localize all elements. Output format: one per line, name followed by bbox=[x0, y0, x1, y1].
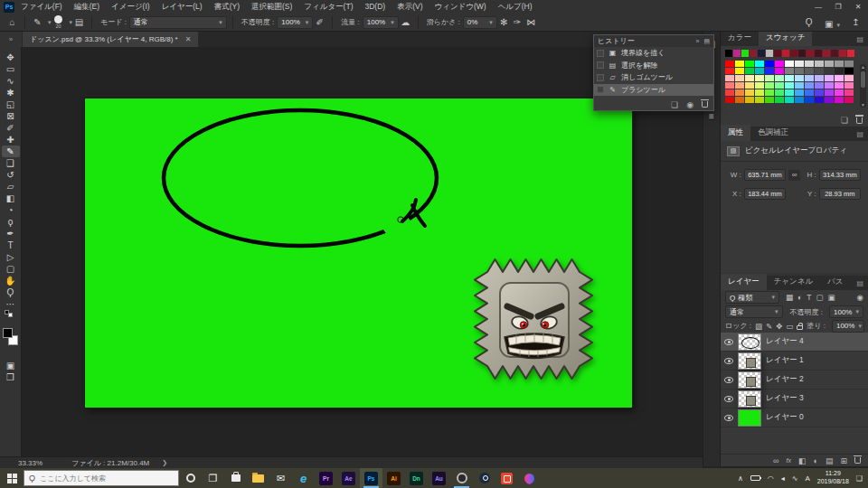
swatch[interactable] bbox=[745, 75, 754, 81]
layer-row-0[interactable]: レイヤー 4 bbox=[721, 333, 868, 352]
hand-tool[interactable]: ✋ bbox=[2, 275, 20, 286]
adjustment-layer-icon[interactable]: ◐ bbox=[814, 456, 818, 465]
swatch[interactable] bbox=[805, 61, 814, 67]
swatch[interactable] bbox=[815, 89, 824, 96]
menu-item-0[interactable]: ファイル(F) bbox=[21, 2, 62, 13]
swatch[interactable] bbox=[795, 89, 804, 96]
swatch[interactable] bbox=[775, 61, 784, 67]
swatch[interactable] bbox=[745, 61, 754, 67]
swatch[interactable] bbox=[847, 50, 854, 57]
panel-menu-icon[interactable]: ▤ bbox=[852, 277, 868, 290]
paint-symmetry-icon[interactable]: ⋈ bbox=[524, 17, 538, 27]
color-chips[interactable] bbox=[0, 325, 22, 356]
photoshop-icon[interactable]: Ps bbox=[360, 468, 382, 488]
pressure-size-icon[interactable]: ✑ bbox=[511, 17, 524, 27]
filter-icon[interactable]: ◐ bbox=[797, 293, 802, 302]
eraser-tool[interactable]: ▱ bbox=[2, 181, 20, 192]
layer-filter-select[interactable]: Ϙ 種類 ▾ bbox=[725, 291, 779, 304]
swatch[interactable] bbox=[815, 68, 824, 74]
swatch[interactable] bbox=[741, 50, 749, 57]
swatch[interactable] bbox=[755, 75, 764, 81]
delete-swatch-icon[interactable] bbox=[856, 117, 863, 124]
lock-icon[interactable]: ▨ bbox=[755, 322, 762, 331]
blend-mode-select[interactable]: 通常 ▾ bbox=[725, 305, 783, 318]
search-input[interactable] bbox=[40, 474, 157, 483]
tab-color[interactable]: カラー bbox=[721, 30, 759, 46]
filter-icon[interactable]: ▦ bbox=[786, 293, 793, 302]
swatch[interactable] bbox=[775, 89, 784, 96]
swatch[interactable] bbox=[750, 50, 757, 57]
swatch[interactable] bbox=[775, 68, 784, 74]
history-state-2[interactable]: ▱消しゴムツール bbox=[594, 71, 713, 84]
history-source-checkbox[interactable] bbox=[597, 61, 604, 69]
search-icon[interactable]: Ϙ bbox=[802, 17, 816, 27]
swatch[interactable] bbox=[775, 82, 784, 89]
swatch[interactable] bbox=[745, 89, 754, 96]
swatch[interactable] bbox=[815, 97, 824, 103]
tab-adjustments[interactable]: 色調補正 bbox=[750, 125, 796, 141]
swatch[interactable] bbox=[725, 75, 734, 81]
lock-icon[interactable]: ✎ bbox=[766, 322, 772, 331]
smoothing-options-gear-icon[interactable]: ✻ bbox=[497, 17, 511, 27]
filter-icon[interactable]: ▣ bbox=[827, 293, 835, 302]
brush-size-preview[interactable]: 20 bbox=[52, 15, 66, 30]
swatch[interactable] bbox=[839, 50, 846, 57]
menu-item-9[interactable]: ウィンドウ(W) bbox=[434, 2, 486, 13]
home-icon[interactable]: ⌂ bbox=[5, 17, 19, 27]
blur-tool[interactable]: ◔ bbox=[2, 204, 20, 216]
swatch[interactable] bbox=[745, 97, 754, 103]
swatch[interactable] bbox=[835, 68, 844, 74]
layer-mask-icon[interactable]: ◧ bbox=[798, 456, 807, 465]
layer-group-icon[interactable]: ▤ bbox=[826, 456, 834, 465]
illustrator-icon[interactable]: Ai bbox=[382, 468, 405, 488]
swatch[interactable] bbox=[815, 82, 824, 89]
menu-item-6[interactable]: フィルター(T) bbox=[304, 2, 353, 13]
filter-pin-icon[interactable]: ◉ bbox=[857, 293, 863, 302]
swatch[interactable] bbox=[745, 68, 754, 74]
layer-visibility-eye-icon[interactable] bbox=[724, 339, 733, 345]
lock-icon[interactable]: ✥ bbox=[776, 322, 782, 331]
layer-thumbnail[interactable] bbox=[738, 371, 761, 389]
menu-item-4[interactable]: 書式(Y) bbox=[214, 2, 240, 13]
filter-icon[interactable]: T bbox=[807, 293, 811, 302]
filter-icon[interactable]: ▢ bbox=[816, 293, 823, 302]
link-dimensions-icon[interactable]: ∞ bbox=[788, 170, 800, 181]
default-colors-widget[interactable] bbox=[0, 310, 22, 318]
swatch[interactable] bbox=[785, 82, 794, 89]
close-button[interactable]: ✕ bbox=[848, 3, 868, 11]
frame-tool[interactable]: ⊠ bbox=[2, 110, 20, 122]
action-center-icon[interactable]: ❏ bbox=[856, 474, 863, 483]
start-button[interactable] bbox=[0, 468, 24, 488]
layer-thumbnail[interactable] bbox=[738, 390, 761, 408]
close-tab-icon[interactable]: ✕ bbox=[185, 35, 192, 43]
ime-indicator[interactable]: A bbox=[805, 474, 809, 483]
mail-icon[interactable]: ✉ bbox=[269, 468, 292, 488]
menu-item-1[interactable]: 編集(E) bbox=[74, 2, 99, 13]
quick-selection-tool[interactable]: ✱ bbox=[2, 87, 20, 99]
swatch[interactable] bbox=[815, 61, 824, 67]
pen-tool[interactable]: ✒ bbox=[2, 228, 20, 239]
layer-row-4[interactable]: レイヤー 0 bbox=[721, 408, 868, 427]
swatch[interactable] bbox=[815, 50, 822, 57]
y-field[interactable]: 28.93 mm bbox=[819, 188, 861, 200]
cortana-icon[interactable] bbox=[179, 468, 202, 488]
adjustments-panel-icon[interactable]: ≡ bbox=[709, 111, 714, 121]
new-layer-icon[interactable]: ⊞ bbox=[840, 456, 847, 465]
swatch[interactable] bbox=[805, 89, 814, 96]
swatch[interactable] bbox=[805, 97, 814, 103]
audition-icon[interactable]: Au bbox=[428, 468, 450, 488]
swatch[interactable] bbox=[823, 50, 830, 57]
taskbar-clock[interactable]: 11:29 2019/08/18 bbox=[817, 470, 849, 486]
swatch[interactable] bbox=[844, 75, 854, 81]
swatch[interactable] bbox=[825, 75, 834, 81]
history-source-checkbox[interactable] bbox=[597, 50, 604, 57]
swatch[interactable] bbox=[785, 75, 794, 81]
new-swatch-icon[interactable]: ❏ bbox=[841, 116, 848, 125]
swatch[interactable] bbox=[735, 68, 744, 74]
swatch[interactable] bbox=[785, 68, 794, 74]
swatch[interactable] bbox=[795, 75, 804, 81]
status-menu-arrow-icon[interactable]: ❯ bbox=[162, 459, 167, 466]
type-tool[interactable]: T bbox=[2, 239, 20, 251]
smoothing-select[interactable]: 0% ▾ bbox=[463, 16, 497, 29]
swatch[interactable] bbox=[790, 50, 797, 57]
